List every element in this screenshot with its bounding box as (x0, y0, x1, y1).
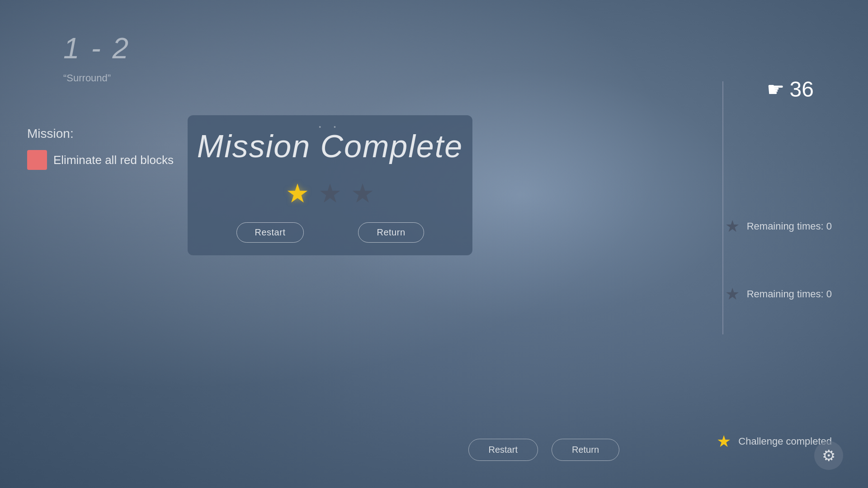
gear-icon: ⚙ (822, 446, 835, 465)
challenge-row: ★ Challenge completed (717, 432, 832, 451)
bottom-buttons: Restart Return (468, 439, 620, 461)
bottom-return-button[interactable]: Return (552, 439, 619, 461)
settings-button[interactable]: ⚙ (814, 441, 843, 470)
star-row-1: ★ Remaining times: 0 (725, 217, 832, 236)
hand-icon: ☛ (767, 78, 784, 101)
modal-star-2: ★ (318, 178, 342, 209)
modal-star-3: ★ (351, 178, 374, 209)
modal-star-1: ★ (286, 178, 309, 209)
modal-stars-row: ★ ★ ★ (286, 178, 374, 209)
remaining-label-1: Remaining times: 0 (747, 221, 832, 232)
mission-text: Eliminate all red blocks (53, 153, 174, 167)
score-area: ☛ 36 (767, 77, 814, 102)
modal-return-button[interactable]: Return (358, 222, 424, 243)
star-icon-2: ★ (725, 285, 740, 304)
modal-restart-button[interactable]: Restart (236, 222, 304, 243)
level-number: 1 - 2 (63, 32, 130, 65)
modal-buttons: Restart Return (236, 222, 424, 243)
mission-title: Mission: (27, 127, 174, 141)
remaining-label-2: Remaining times: 0 (747, 288, 832, 300)
mission-item: Eliminate all red blocks (27, 150, 174, 170)
challenge-star-icon: ★ (717, 432, 731, 451)
star-row-2: ★ Remaining times: 0 (725, 285, 832, 304)
red-block-icon (27, 150, 47, 170)
score-number: 36 (790, 77, 814, 102)
bottom-restart-button[interactable]: Restart (468, 439, 538, 461)
mission-panel: Mission: Eliminate all red blocks (27, 127, 174, 170)
mission-complete-modal: Mission Complete ★ ★ ★ Restart Return (188, 115, 472, 255)
level-subtitle: “Surround” (63, 72, 111, 84)
modal-title: Mission Complete (197, 128, 463, 164)
divider-line (722, 81, 723, 334)
star-icon-1: ★ (725, 217, 740, 236)
